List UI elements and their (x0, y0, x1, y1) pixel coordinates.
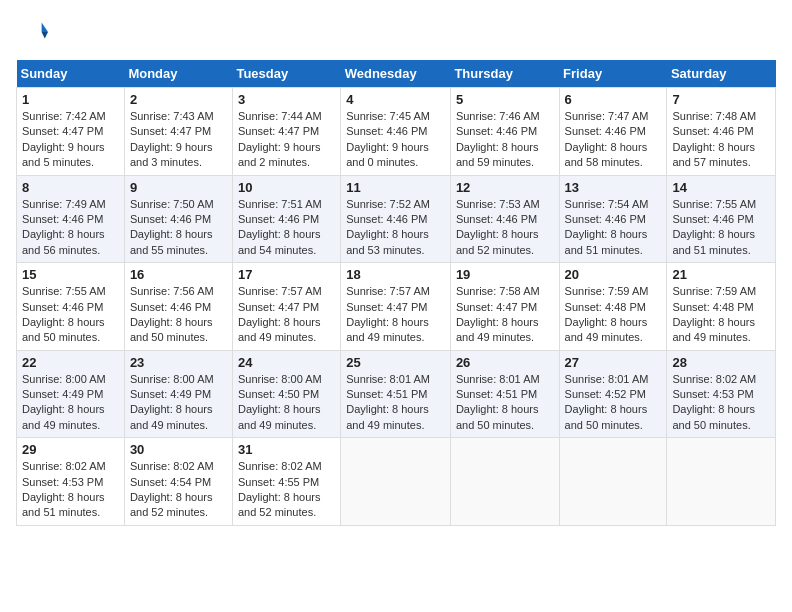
day-number: 9 (130, 180, 227, 195)
day-info: Sunrise: 7:42 AM Sunset: 4:47 PM Dayligh… (22, 109, 119, 171)
day-number: 18 (346, 267, 445, 282)
day-number: 28 (672, 355, 770, 370)
day-number: 15 (22, 267, 119, 282)
day-info: Sunrise: 8:02 AM Sunset: 4:55 PM Dayligh… (238, 459, 335, 521)
page-header (16, 16, 776, 48)
weekday-header: Wednesday (341, 60, 451, 88)
day-info: Sunrise: 7:43 AM Sunset: 4:47 PM Dayligh… (130, 109, 227, 171)
calendar-day-cell: 10Sunrise: 7:51 AM Sunset: 4:46 PM Dayli… (232, 175, 340, 263)
day-number: 7 (672, 92, 770, 107)
day-info: Sunrise: 7:57 AM Sunset: 4:47 PM Dayligh… (238, 284, 335, 346)
calendar-day-cell: 30Sunrise: 8:02 AM Sunset: 4:54 PM Dayli… (124, 438, 232, 526)
day-info: Sunrise: 8:01 AM Sunset: 4:52 PM Dayligh… (565, 372, 662, 434)
day-number: 20 (565, 267, 662, 282)
calendar-day-cell: 2Sunrise: 7:43 AM Sunset: 4:47 PM Daylig… (124, 88, 232, 176)
day-info: Sunrise: 7:57 AM Sunset: 4:47 PM Dayligh… (346, 284, 445, 346)
day-number: 11 (346, 180, 445, 195)
logo-icon (16, 16, 48, 48)
day-number: 12 (456, 180, 554, 195)
empty-cell (559, 438, 667, 526)
calendar-day-cell: 20Sunrise: 7:59 AM Sunset: 4:48 PM Dayli… (559, 263, 667, 351)
weekday-header: Thursday (450, 60, 559, 88)
calendar-week-row: 8Sunrise: 7:49 AM Sunset: 4:46 PM Daylig… (17, 175, 776, 263)
day-number: 10 (238, 180, 335, 195)
day-info: Sunrise: 7:46 AM Sunset: 4:46 PM Dayligh… (456, 109, 554, 171)
day-number: 1 (22, 92, 119, 107)
weekday-header: Friday (559, 60, 667, 88)
day-info: Sunrise: 8:01 AM Sunset: 4:51 PM Dayligh… (346, 372, 445, 434)
calendar-week-row: 29Sunrise: 8:02 AM Sunset: 4:53 PM Dayli… (17, 438, 776, 526)
day-info: Sunrise: 7:44 AM Sunset: 4:47 PM Dayligh… (238, 109, 335, 171)
calendar-table: SundayMondayTuesdayWednesdayThursdayFrid… (16, 60, 776, 526)
day-info: Sunrise: 8:02 AM Sunset: 4:53 PM Dayligh… (22, 459, 119, 521)
calendar-day-cell: 7Sunrise: 7:48 AM Sunset: 4:46 PM Daylig… (667, 88, 776, 176)
calendar-day-cell: 1Sunrise: 7:42 AM Sunset: 4:47 PM Daylig… (17, 88, 125, 176)
day-number: 26 (456, 355, 554, 370)
calendar-day-cell: 15Sunrise: 7:55 AM Sunset: 4:46 PM Dayli… (17, 263, 125, 351)
day-info: Sunrise: 8:01 AM Sunset: 4:51 PM Dayligh… (456, 372, 554, 434)
day-info: Sunrise: 7:45 AM Sunset: 4:46 PM Dayligh… (346, 109, 445, 171)
day-number: 27 (565, 355, 662, 370)
day-info: Sunrise: 7:55 AM Sunset: 4:46 PM Dayligh… (672, 197, 770, 259)
calendar-day-cell: 12Sunrise: 7:53 AM Sunset: 4:46 PM Dayli… (450, 175, 559, 263)
day-info: Sunrise: 7:52 AM Sunset: 4:46 PM Dayligh… (346, 197, 445, 259)
empty-cell (450, 438, 559, 526)
calendar-day-cell: 13Sunrise: 7:54 AM Sunset: 4:46 PM Dayli… (559, 175, 667, 263)
calendar-day-cell: 16Sunrise: 7:56 AM Sunset: 4:46 PM Dayli… (124, 263, 232, 351)
calendar-header-row: SundayMondayTuesdayWednesdayThursdayFrid… (17, 60, 776, 88)
calendar-day-cell: 29Sunrise: 8:02 AM Sunset: 4:53 PM Dayli… (17, 438, 125, 526)
calendar-day-cell: 27Sunrise: 8:01 AM Sunset: 4:52 PM Dayli… (559, 350, 667, 438)
calendar-day-cell: 26Sunrise: 8:01 AM Sunset: 4:51 PM Dayli… (450, 350, 559, 438)
calendar-day-cell: 28Sunrise: 8:02 AM Sunset: 4:53 PM Dayli… (667, 350, 776, 438)
calendar-week-row: 15Sunrise: 7:55 AM Sunset: 4:46 PM Dayli… (17, 263, 776, 351)
calendar-day-cell: 8Sunrise: 7:49 AM Sunset: 4:46 PM Daylig… (17, 175, 125, 263)
day-info: Sunrise: 7:54 AM Sunset: 4:46 PM Dayligh… (565, 197, 662, 259)
calendar-week-row: 22Sunrise: 8:00 AM Sunset: 4:49 PM Dayli… (17, 350, 776, 438)
day-info: Sunrise: 7:58 AM Sunset: 4:47 PM Dayligh… (456, 284, 554, 346)
day-number: 31 (238, 442, 335, 457)
day-info: Sunrise: 8:00 AM Sunset: 4:50 PM Dayligh… (238, 372, 335, 434)
empty-cell (341, 438, 451, 526)
calendar-day-cell: 31Sunrise: 8:02 AM Sunset: 4:55 PM Dayli… (232, 438, 340, 526)
day-info: Sunrise: 7:59 AM Sunset: 4:48 PM Dayligh… (565, 284, 662, 346)
calendar-week-row: 1Sunrise: 7:42 AM Sunset: 4:47 PM Daylig… (17, 88, 776, 176)
day-number: 25 (346, 355, 445, 370)
day-number: 22 (22, 355, 119, 370)
day-number: 8 (22, 180, 119, 195)
day-number: 30 (130, 442, 227, 457)
svg-marker-0 (42, 22, 48, 32)
calendar-day-cell: 11Sunrise: 7:52 AM Sunset: 4:46 PM Dayli… (341, 175, 451, 263)
day-number: 19 (456, 267, 554, 282)
day-number: 13 (565, 180, 662, 195)
calendar-day-cell: 24Sunrise: 8:00 AM Sunset: 4:50 PM Dayli… (232, 350, 340, 438)
day-info: Sunrise: 7:53 AM Sunset: 4:46 PM Dayligh… (456, 197, 554, 259)
day-info: Sunrise: 7:55 AM Sunset: 4:46 PM Dayligh… (22, 284, 119, 346)
weekday-header: Saturday (667, 60, 776, 88)
weekday-header: Sunday (17, 60, 125, 88)
calendar-day-cell: 23Sunrise: 8:00 AM Sunset: 4:49 PM Dayli… (124, 350, 232, 438)
day-number: 23 (130, 355, 227, 370)
day-info: Sunrise: 7:50 AM Sunset: 4:46 PM Dayligh… (130, 197, 227, 259)
calendar-day-cell: 22Sunrise: 8:00 AM Sunset: 4:49 PM Dayli… (17, 350, 125, 438)
day-number: 17 (238, 267, 335, 282)
day-info: Sunrise: 8:02 AM Sunset: 4:54 PM Dayligh… (130, 459, 227, 521)
day-number: 16 (130, 267, 227, 282)
day-info: Sunrise: 7:51 AM Sunset: 4:46 PM Dayligh… (238, 197, 335, 259)
day-number: 5 (456, 92, 554, 107)
day-info: Sunrise: 8:02 AM Sunset: 4:53 PM Dayligh… (672, 372, 770, 434)
calendar-day-cell: 19Sunrise: 7:58 AM Sunset: 4:47 PM Dayli… (450, 263, 559, 351)
svg-marker-1 (42, 32, 48, 38)
day-number: 29 (22, 442, 119, 457)
day-info: Sunrise: 7:59 AM Sunset: 4:48 PM Dayligh… (672, 284, 770, 346)
calendar-day-cell: 21Sunrise: 7:59 AM Sunset: 4:48 PM Dayli… (667, 263, 776, 351)
weekday-header: Tuesday (232, 60, 340, 88)
calendar-day-cell: 18Sunrise: 7:57 AM Sunset: 4:47 PM Dayli… (341, 263, 451, 351)
calendar-day-cell: 17Sunrise: 7:57 AM Sunset: 4:47 PM Dayli… (232, 263, 340, 351)
day-info: Sunrise: 7:49 AM Sunset: 4:46 PM Dayligh… (22, 197, 119, 259)
day-info: Sunrise: 7:56 AM Sunset: 4:46 PM Dayligh… (130, 284, 227, 346)
day-number: 2 (130, 92, 227, 107)
calendar-day-cell: 5Sunrise: 7:46 AM Sunset: 4:46 PM Daylig… (450, 88, 559, 176)
calendar-day-cell: 14Sunrise: 7:55 AM Sunset: 4:46 PM Dayli… (667, 175, 776, 263)
day-info: Sunrise: 8:00 AM Sunset: 4:49 PM Dayligh… (22, 372, 119, 434)
weekday-header: Monday (124, 60, 232, 88)
